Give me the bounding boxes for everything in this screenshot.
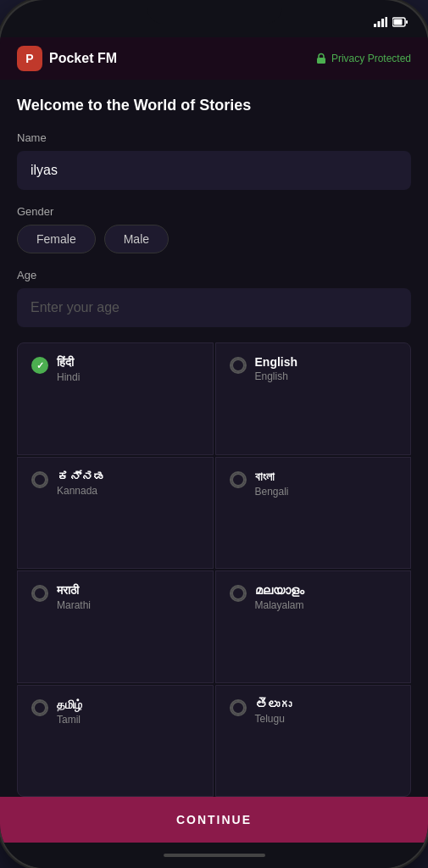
bengali-check [230, 471, 247, 488]
age-label: Age [17, 269, 411, 281]
continue-bar: CONTINUE [0, 797, 428, 843]
marathi-check [31, 585, 48, 602]
home-indicator [164, 854, 265, 857]
svg-rect-5 [394, 19, 403, 25]
language-item-marathi[interactable]: मराठी Marathi [17, 570, 214, 683]
svg-rect-1 [378, 21, 381, 27]
language-item-english[interactable]: English English [215, 342, 412, 455]
continue-button[interactable]: CONTINUE [17, 813, 411, 826]
language-grid: हिंदी Hindi English English ಕನ್ನಡ Kannad… [17, 342, 411, 797]
age-field-wrapper: Age [17, 269, 411, 327]
hindi-check [31, 357, 48, 374]
gender-label: Gender [17, 205, 411, 218]
logo-icon: P [17, 46, 42, 71]
bengali-english: Bengali [255, 486, 289, 498]
svg-rect-0 [374, 24, 376, 27]
name-input[interactable] [17, 151, 411, 190]
english-check [230, 357, 247, 374]
status-bar [0, 0, 428, 37]
telugu-english: Telugu [255, 713, 292, 725]
status-icons [374, 17, 408, 27]
svg-rect-7 [317, 58, 325, 64]
language-item-hindi[interactable]: हिंदी Hindi [17, 342, 214, 455]
malayalam-check [230, 585, 247, 602]
app-header: P Pocket FM Privacy Protected [0, 37, 428, 80]
kannada-english: Kannada [57, 485, 105, 497]
age-input[interactable] [17, 288, 411, 327]
welcome-title: Welcome to the World of Stories [17, 97, 411, 114]
bengali-native: বাংলা [255, 470, 289, 484]
tamil-english: Tamil [57, 714, 82, 726]
language-item-kannada[interactable]: ಕನ್ನಡ Kannada [17, 457, 214, 570]
screen-content: Welcome to the World of Stories Name Gen… [0, 80, 428, 797]
name-field-wrapper: Name [17, 131, 411, 205]
language-item-bengali[interactable]: বাংলা Bengali [215, 457, 412, 570]
language-item-tamil[interactable]: தமிழ் Tamil [17, 685, 214, 798]
language-item-malayalam[interactable]: മലയാളം Malayalam [215, 570, 412, 683]
signal-icon [374, 17, 387, 27]
gender-buttons: Female Male [17, 225, 411, 253]
telugu-native: తెలుగు [255, 698, 292, 711]
name-label: Name [17, 131, 411, 144]
tamil-check [31, 699, 48, 716]
lock-icon [315, 53, 327, 64]
kannada-check [31, 471, 48, 488]
phone-bottom-bar [0, 843, 428, 868]
english-english: English [255, 370, 298, 382]
language-item-telugu[interactable]: తెలుగు Telugu [215, 685, 412, 798]
english-native: English [255, 355, 298, 369]
svg-rect-2 [381, 19, 384, 27]
phone-shell: P Pocket FM Privacy Protected Welcome to… [0, 0, 428, 868]
tamil-native: தமிழ் [57, 698, 82, 712]
kannada-native: ಕನ್ನಡ [57, 470, 105, 483]
malayalam-native: മലയാളം [255, 583, 304, 598]
marathi-native: मराठी [57, 583, 91, 598]
hindi-english: Hindi [57, 371, 80, 383]
female-button[interactable]: Female [17, 225, 96, 253]
svg-rect-6 [406, 20, 408, 24]
telugu-check [230, 699, 247, 716]
hindi-native: हिंदी [57, 355, 80, 370]
gender-section: Gender Female Male [17, 205, 411, 253]
male-button[interactable]: Male [104, 225, 169, 253]
app-logo: P Pocket FM [17, 46, 117, 71]
malayalam-english: Malayalam [255, 599, 304, 611]
app-name: Pocket FM [49, 51, 117, 66]
battery-icon [392, 17, 408, 27]
svg-rect-3 [386, 17, 388, 27]
privacy-badge: Privacy Protected [315, 53, 411, 64]
marathi-english: Marathi [57, 599, 91, 611]
